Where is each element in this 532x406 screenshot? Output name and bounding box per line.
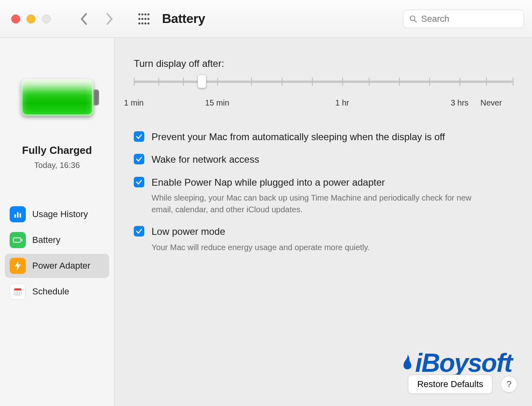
close-window-button[interactable] <box>11 14 20 23</box>
search-box[interactable] <box>403 10 524 28</box>
svg-rect-14 <box>15 214 16 218</box>
slider-tick <box>486 78 487 86</box>
traffic-lights <box>11 14 51 23</box>
sidebar-item-label: Usage History <box>32 209 88 220</box>
sidebar-item-usage-history[interactable]: Usage History <box>5 202 109 226</box>
svg-point-9 <box>141 22 143 24</box>
svg-point-1 <box>141 13 143 15</box>
svg-rect-17 <box>13 238 21 242</box>
bar-chart-icon <box>13 210 22 219</box>
slider-tick <box>282 78 283 86</box>
chevron-right-icon <box>105 12 114 25</box>
checkmark-icon <box>135 178 143 186</box>
svg-point-11 <box>148 22 150 24</box>
slider-label-never: Never <box>480 98 502 108</box>
slider-tick <box>459 78 460 86</box>
sidebar-item-label: Power Adapter <box>32 261 90 271</box>
page-title: Battery <box>162 11 205 26</box>
battery-status: Fully Charged Today, 16:36 <box>5 144 109 170</box>
checkbox-low-power[interactable] <box>134 226 144 236</box>
slider-tick <box>217 78 218 86</box>
svg-rect-15 <box>17 212 19 218</box>
battery-small-icon <box>10 232 26 248</box>
show-all-prefs-button[interactable] <box>138 13 150 25</box>
help-button[interactable]: ? <box>501 376 517 393</box>
forward-button[interactable] <box>105 12 114 25</box>
battery-graphic <box>5 79 109 116</box>
display-off-label: Turn display off after: <box>134 58 513 69</box>
svg-point-10 <box>144 22 146 24</box>
power-adapter-icon <box>10 258 26 274</box>
checkmark-icon <box>135 133 143 140</box>
svg-point-8 <box>138 22 140 24</box>
checkmark-icon <box>135 228 143 235</box>
watermark-text: iBoysoft <box>415 348 512 378</box>
svg-rect-18 <box>21 239 23 241</box>
titlebar: Battery <box>0 0 532 38</box>
slider-label-3hrs: 3 hrs <box>451 98 468 108</box>
fullscreen-window-button[interactable] <box>42 14 51 23</box>
battery-cap-icon <box>94 89 99 106</box>
back-button[interactable] <box>80 12 89 25</box>
search-icon <box>409 15 417 23</box>
slider-tick <box>158 78 159 86</box>
slider-tick <box>183 78 184 86</box>
svg-point-7 <box>148 18 150 20</box>
checkmark-icon <box>135 155 143 163</box>
slider-tick <box>312 78 313 86</box>
checkbox-wake-network[interactable] <box>134 154 144 164</box>
option-label: Low power mode <box>152 225 370 238</box>
options-list: Prevent your Mac from automatically slee… <box>134 130 513 253</box>
minimize-window-button[interactable] <box>27 14 35 23</box>
battery-status-time: Today, 16:36 <box>5 161 109 170</box>
sidebar-item-label: Schedule <box>32 286 69 297</box>
restore-defaults-button[interactable]: Restore Defaults <box>408 375 493 394</box>
option-label: Enable Power Nap while plugged into a po… <box>152 176 482 189</box>
svg-point-5 <box>141 18 143 20</box>
slider-label-1hr: 1 hr <box>335 98 349 108</box>
slider-label-1min: 1 min <box>124 98 144 108</box>
option-prevent-sleep: Prevent your Mac from automatically slee… <box>134 130 513 143</box>
footer-buttons: Restore Defaults ? <box>408 375 517 394</box>
slider-labels: 1 min 15 min 1 hr 3 hrs Never <box>134 98 513 109</box>
search-input[interactable] <box>421 14 518 24</box>
svg-point-0 <box>138 13 140 15</box>
sidebar-item-battery[interactable]: Battery <box>5 228 109 252</box>
svg-point-25 <box>17 294 18 294</box>
slider-tick <box>513 78 513 86</box>
slider-thumb[interactable] <box>197 75 206 88</box>
svg-point-21 <box>16 292 17 293</box>
svg-point-3 <box>148 13 150 15</box>
slider-track <box>134 81 513 83</box>
slider-tick <box>399 78 400 86</box>
chevron-left-icon <box>80 12 89 25</box>
svg-point-2 <box>144 13 146 15</box>
sidebar: Fully Charged Today, 16:36 Usage History… <box>0 38 114 406</box>
display-off-slider[interactable] <box>134 77 513 92</box>
watermark: iBoysoft <box>401 348 512 378</box>
svg-point-4 <box>138 18 140 20</box>
svg-rect-20 <box>14 288 21 290</box>
sidebar-item-power-adapter[interactable]: Power Adapter <box>5 254 109 278</box>
checkbox-power-nap[interactable] <box>134 177 144 187</box>
checkbox-prevent-sleep[interactable] <box>134 131 144 142</box>
svg-point-23 <box>19 292 20 293</box>
battery-icon <box>13 237 23 243</box>
calendar-icon <box>13 287 23 296</box>
svg-point-24 <box>16 294 17 294</box>
slider-label-15min: 15 min <box>205 98 229 108</box>
svg-point-26 <box>19 294 20 294</box>
nav-arrows <box>80 12 114 25</box>
slider-tick <box>429 78 430 86</box>
slider-tick <box>369 78 370 86</box>
grid-icon <box>138 13 150 25</box>
svg-point-6 <box>144 18 146 20</box>
option-label: Prevent your Mac from automatically slee… <box>152 130 445 143</box>
sidebar-item-label: Battery <box>32 235 60 245</box>
sidebar-item-schedule[interactable]: Schedule <box>5 280 109 304</box>
main-panel: Turn display off after: 1 min 15 min 1 h… <box>114 38 532 406</box>
bolt-icon <box>14 261 22 271</box>
option-label: Wake for network access <box>152 153 259 166</box>
battery-icon <box>21 79 94 116</box>
option-power-nap: Enable Power Nap while plugged into a po… <box>134 176 513 215</box>
